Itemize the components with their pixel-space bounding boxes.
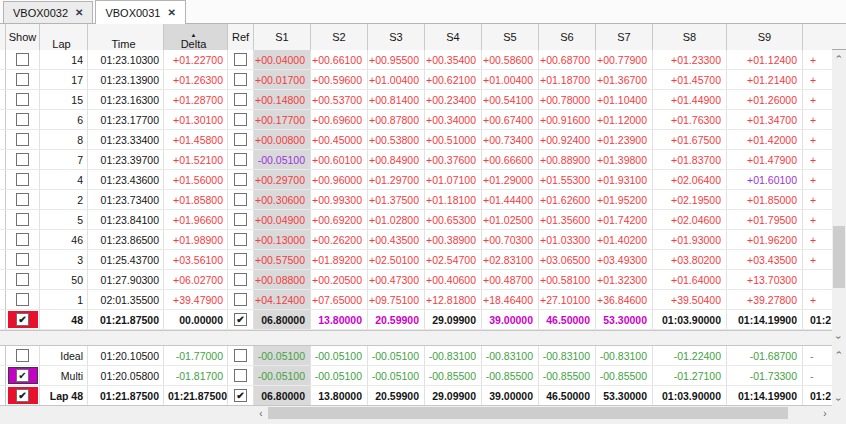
- tab-vbox0031[interactable]: VBOX0031 ✕: [95, 0, 185, 24]
- unchecked-checkbox[interactable]: [16, 213, 29, 226]
- unchecked-checkbox[interactable]: [234, 369, 247, 382]
- checked-checkbox[interactable]: ✔: [234, 389, 247, 402]
- unchecked-checkbox[interactable]: [234, 73, 247, 86]
- scrollbar-thumb[interactable]: [833, 226, 845, 288]
- column-header-s5[interactable]: S5: [482, 24, 539, 50]
- column-header-delta[interactable]: ▲Delta: [164, 24, 228, 50]
- checked-checkbox[interactable]: ✔: [16, 389, 29, 402]
- lap-row[interactable]: 801:23.33400+01.45800+00.00800+00.45000+…: [0, 130, 832, 150]
- tab-vbox0032[interactable]: VBOX0032 ✕: [3, 1, 93, 23]
- column-header-ref[interactable]: Ref: [228, 24, 254, 50]
- sector-cell: +01.00400: [368, 70, 425, 89]
- column-header-s9[interactable]: S9: [727, 24, 803, 50]
- checked-checkbox[interactable]: ✔: [234, 313, 247, 326]
- checked-checkbox[interactable]: ✔: [16, 369, 29, 382]
- column-header-s2[interactable]: S2: [311, 24, 368, 50]
- lap-row[interactable]: 301:25.43700+03.56100+00.57500+01.89200+…: [0, 250, 832, 270]
- column-header-s3[interactable]: S3: [368, 24, 425, 50]
- scrollbar-thumb[interactable]: [268, 407, 788, 419]
- unchecked-checkbox[interactable]: [16, 53, 29, 66]
- sector-cell: -00.85500: [596, 366, 653, 385]
- unchecked-checkbox[interactable]: [234, 53, 247, 66]
- unchecked-checkbox[interactable]: [16, 273, 29, 286]
- unchecked-checkbox[interactable]: [234, 273, 247, 286]
- unchecked-checkbox[interactable]: [234, 173, 247, 186]
- ref-cell: [228, 190, 254, 209]
- unchecked-checkbox[interactable]: [16, 73, 29, 86]
- scroll-up-icon[interactable]: ›: [832, 50, 846, 63]
- lap-row[interactable]: 701:23.39700+01.52100-00.05100+00.60100+…: [0, 150, 832, 170]
- lap-row[interactable]: ✔4801:21.8750000.00000✔06.8000013.800002…: [0, 310, 832, 330]
- lap-row[interactable]: 102:01.35500+39.47900+04.12400+07.65000+…: [0, 290, 832, 310]
- column-header-s8[interactable]: S8: [653, 24, 727, 50]
- unchecked-checkbox[interactable]: [16, 153, 29, 166]
- sector-cell: +00.47300: [368, 270, 425, 289]
- sector-cell: +00.78000: [539, 90, 596, 109]
- sector-cell: +00.58600: [482, 50, 539, 69]
- sector-cell: 01:14.19900: [727, 386, 803, 405]
- unchecked-checkbox[interactable]: [234, 93, 247, 106]
- unchecked-checkbox[interactable]: [16, 349, 29, 362]
- sector-cell: +00.92400: [539, 130, 596, 149]
- show-cell: [6, 70, 40, 89]
- column-header-lap[interactable]: Lap: [40, 24, 88, 50]
- sector-cell: -00.83100: [425, 346, 482, 365]
- unchecked-checkbox[interactable]: [234, 293, 247, 306]
- sector-cell: +00.88900: [539, 150, 596, 169]
- unchecked-checkbox[interactable]: [16, 293, 29, 306]
- column-header-s7[interactable]: S7: [596, 24, 653, 50]
- scroll-right-icon[interactable]: ›: [818, 406, 832, 420]
- column-header-s6[interactable]: S6: [539, 24, 596, 50]
- lap-row[interactable]: 1701:23.13900+01.26300+00.01700+00.59600…: [0, 70, 832, 90]
- column-header-s1[interactable]: S1: [254, 24, 311, 50]
- close-icon[interactable]: ✕: [167, 8, 175, 18]
- sector-cell: -00.05100: [368, 346, 425, 365]
- lap-row[interactable]: 601:23.17700+01.30100+00.17700+00.69600+…: [0, 110, 832, 130]
- checked-checkbox[interactable]: ✔: [16, 313, 29, 326]
- sector-cell: +01.64000: [653, 270, 727, 289]
- unchecked-checkbox[interactable]: [234, 233, 247, 246]
- column-header-show[interactable]: Show: [6, 24, 40, 50]
- scroll-down-icon[interactable]: ›: [832, 331, 846, 344]
- scroll-down-icon[interactable]: ›: [832, 393, 846, 406]
- lap-cell: 3: [40, 250, 88, 269]
- unchecked-checkbox[interactable]: [234, 349, 247, 362]
- unchecked-checkbox[interactable]: [16, 173, 29, 186]
- scroll-left-icon[interactable]: ‹: [254, 406, 268, 420]
- unchecked-checkbox[interactable]: [234, 133, 247, 146]
- unchecked-checkbox[interactable]: [234, 213, 247, 226]
- column-header-time[interactable]: Time: [88, 24, 164, 50]
- unchecked-checkbox[interactable]: [16, 193, 29, 206]
- unchecked-checkbox[interactable]: [234, 153, 247, 166]
- lap-row[interactable]: 501:23.84100+01.96600+00.04900+00.69200+…: [0, 210, 832, 230]
- sector-cell: +01.36700: [596, 70, 653, 89]
- column-header-s4[interactable]: S4: [425, 24, 482, 50]
- lap-row[interactable]: 401:23.43600+01.56000+00.29700+00.96000+…: [0, 170, 832, 190]
- lap-row[interactable]: 5001:27.90300+06.02700+00.08800+00.20500…: [0, 270, 832, 290]
- close-icon[interactable]: ✕: [75, 8, 83, 18]
- summary-vertical-scrollbar[interactable]: › ›: [832, 346, 846, 406]
- lap-row[interactable]: ✔Multi01:20.05800-01.81700-00.05100-00.0…: [0, 366, 832, 386]
- unchecked-checkbox[interactable]: [234, 253, 247, 266]
- vertical-scrollbar[interactable]: › ›: [832, 50, 846, 344]
- sector-cell: 39.00000: [482, 310, 539, 329]
- unchecked-checkbox[interactable]: [16, 133, 29, 146]
- lap-row[interactable]: 1501:23.16300+01.28700+00.14800+00.53700…: [0, 90, 832, 110]
- lap-row[interactable]: 4601:23.86500+01.98900+00.13000+00.26200…: [0, 230, 832, 250]
- unchecked-checkbox[interactable]: [16, 113, 29, 126]
- sector-cell: +01.07100: [425, 170, 482, 189]
- sector-cell: +01.79500: [727, 210, 803, 229]
- unchecked-checkbox[interactable]: [16, 93, 29, 106]
- lap-row[interactable]: ✔Lap 4801:21.8750001:21.87500✔06.8000013…: [0, 386, 832, 406]
- lap-row[interactable]: 201:23.73400+01.85800+00.30600+00.99300+…: [0, 190, 832, 210]
- unchecked-checkbox[interactable]: [234, 113, 247, 126]
- sector-cell: +00.69200: [311, 210, 368, 229]
- scroll-up-icon[interactable]: ›: [832, 346, 846, 359]
- unchecked-checkbox[interactable]: [16, 253, 29, 266]
- unchecked-checkbox[interactable]: [16, 233, 29, 246]
- horizontal-scrollbar[interactable]: ‹ ›: [0, 406, 846, 420]
- lap-row[interactable]: 1401:23.10300+01.22700+00.04000+00.66100…: [0, 50, 832, 70]
- lap-row[interactable]: Ideal01:20.10500-01.77000-00.05100-00.05…: [0, 346, 832, 366]
- sector-cell: +02.19500: [653, 190, 727, 209]
- unchecked-checkbox[interactable]: [234, 193, 247, 206]
